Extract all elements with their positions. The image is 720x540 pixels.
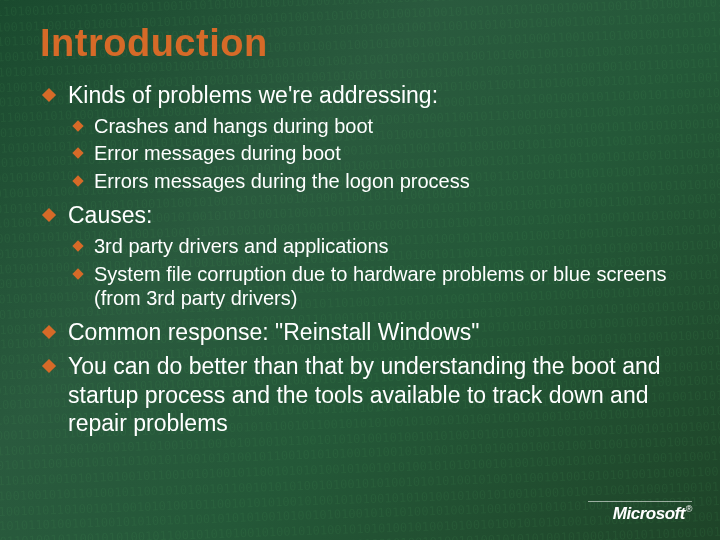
bullet-list: Kinds of problems we're addressing: Cras… xyxy=(40,81,680,437)
slide-title: Introduction xyxy=(40,22,680,65)
bullet-text: Causes: xyxy=(68,202,152,228)
microsoft-logo: Microsoft xyxy=(613,504,692,524)
list-item: Common response: "Reinstall Windows" xyxy=(40,318,680,346)
list-item: Causes: 3rd party drivers and applicatio… xyxy=(40,201,680,310)
list-item: You can do better than that by understan… xyxy=(40,352,680,436)
logo-divider xyxy=(588,501,692,502)
slide-body: Introduction Kinds of problems we're add… xyxy=(0,0,720,540)
sub-list: 3rd party drivers and applications Syste… xyxy=(68,234,680,310)
list-item: Kinds of problems we're addressing: Cras… xyxy=(40,81,680,193)
sub-item: Error messages during boot xyxy=(68,141,680,165)
sub-item: Errors messages during the logon process xyxy=(68,169,680,193)
sub-item: 3rd party drivers and applications xyxy=(68,234,680,258)
sub-list: Crashes and hangs during boot Error mess… xyxy=(68,114,680,193)
bullet-text: Common response: "Reinstall Windows" xyxy=(68,319,479,345)
bullet-text: Kinds of problems we're addressing: xyxy=(68,82,438,108)
sub-item: Crashes and hangs during boot xyxy=(68,114,680,138)
bullet-text: You can do better than that by understan… xyxy=(68,353,661,435)
sub-item: System file corruption due to hardware p… xyxy=(68,262,680,311)
